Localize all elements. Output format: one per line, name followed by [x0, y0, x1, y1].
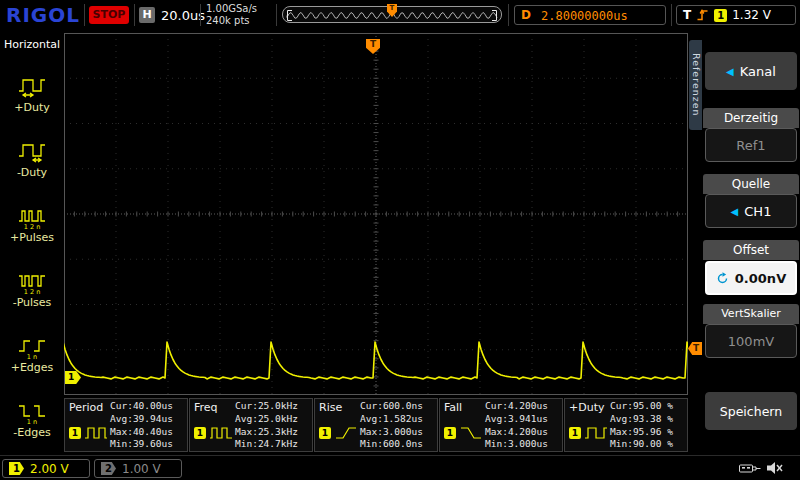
measurement-min: Min:600.0ns [360, 438, 423, 451]
measurement-max: Max:3.000us [360, 426, 423, 439]
delay-label: D [521, 8, 531, 22]
run-state-badge[interactable]: STOP [89, 6, 129, 24]
measurement-avg: Avg:25.0kHz [235, 413, 298, 426]
measurement-title: Period [69, 401, 103, 414]
menu-section-derzeitig: Derzeitig [703, 108, 799, 128]
channel-badge: 1 [194, 427, 206, 439]
channel2-status[interactable]: 2 1.00 V [94, 459, 182, 478]
measure-item-plus-edges[interactable]: 1 n +Edges [0, 333, 64, 395]
plus-duty-icon [584, 425, 608, 441]
measurement-values: Cur:600.0ns Avg:1.582us Max:3.000us Min:… [360, 400, 423, 451]
menu-item-kanal[interactable]: ◀ Kanal [705, 52, 797, 90]
measurement-menu: Horizontal +Duty -Duty 1 2 n +Pulses [0, 30, 64, 455]
channel-badge: 1 [319, 427, 331, 439]
delay-readout-box: D 2.80000000us [514, 5, 666, 25]
rise-time-icon [334, 425, 358, 441]
measurement-min: Min:24.7kHz [235, 438, 298, 451]
menu-value-label: 0.00nV [735, 271, 786, 286]
oscilloscope-screen: RIGOL STOP H 20.0us 1.00GSa/s 240k pts T… [0, 0, 800, 480]
measurement-values: Cur:95.00 % Avg:93.38 % Max:95.96 % Min:… [610, 400, 673, 451]
measure-item-label: -Edges [0, 426, 64, 439]
svg-text:1 2 n: 1 2 n [24, 223, 41, 230]
graticule-and-waveform [64, 33, 688, 395]
fall-time-icon [459, 425, 483, 441]
sample-rate: 1.00GSa/s [206, 3, 257, 15]
channel2-badge: 2 [101, 462, 116, 475]
menu-item-speichern[interactable]: Speichern [705, 392, 797, 430]
measurement-menu-title: Horizontal [4, 38, 60, 51]
menu-item-label: Kanal [740, 64, 776, 79]
timebase-readout: 20.0us [161, 8, 205, 23]
svg-text:1 2 n: 1 2 n [24, 288, 41, 295]
measurement-min: Min:90.00 % [610, 438, 673, 451]
top-status-bar: RIGOL STOP H 20.0us 1.00GSa/s 240k pts T… [0, 0, 800, 30]
back-arrow-icon: ◀ [731, 206, 739, 217]
measure-item-label: -Pulses [0, 296, 64, 309]
measurement-cur: Cur:4.200us [485, 400, 548, 413]
channel2-scale: 1.00 V [122, 462, 161, 476]
separator [134, 4, 135, 26]
rising-edge-icon [696, 8, 709, 22]
measurement-cur: Cur:40.00us [110, 400, 173, 413]
measurement-panel-plus-duty[interactable]: +Duty 1 Cur:95.00 % Avg:93.38 % Max:95.9… [564, 398, 688, 452]
channel1-badge: 1 [9, 462, 24, 475]
menu-value-source[interactable]: ◀ CH1 [705, 194, 797, 228]
measure-item-label: -Duty [0, 166, 64, 179]
plus-edges-icon: 1 n [18, 335, 46, 359]
measurement-title: +Duty [569, 401, 604, 414]
measure-item-minus-edges[interactable]: 1 n -Edges [0, 398, 64, 460]
trigger-letter: T [370, 39, 376, 49]
menu-section-offset: Offset [703, 240, 799, 260]
measurement-panel-freq[interactable]: Freq 1 Cur:25.0kHz Avg:25.0kHz Max:25.3k… [189, 398, 313, 452]
frequency-icon [209, 425, 233, 441]
separator [508, 4, 509, 26]
measurement-cur: Cur:25.0kHz [235, 400, 298, 413]
channel-badge: 1 [69, 427, 81, 439]
measurement-panel-fall[interactable]: Fall 1 Cur:4.200us Avg:3.941us Max:4.200… [439, 398, 563, 452]
measurement-max: Max:95.96 % [610, 426, 673, 439]
measurement-avg: Avg:39.94us [110, 413, 173, 426]
minus-edges-icon: 1 n [18, 400, 46, 424]
svg-text:1 n: 1 n [27, 353, 37, 360]
measurement-cur: Cur:600.0ns [360, 400, 423, 413]
measure-item-minus-duty[interactable]: -Duty [0, 138, 64, 200]
measurement-title: Freq [194, 401, 218, 414]
waveform-display: T 1 [64, 33, 688, 395]
menu-value-offset[interactable]: 0.00nV [705, 261, 797, 295]
menu-section-vertskalier: VertSkalier [703, 304, 799, 324]
measure-item-minus-pulses[interactable]: 1 2 n -Pulses [0, 268, 64, 330]
menu-value-vertscale[interactable]: 100mV [705, 324, 797, 358]
menu-title-tab[interactable]: Referenzen [689, 40, 702, 130]
acquisition-readout: 1.00GSa/s 240k pts [206, 3, 257, 27]
trigger-level-marker[interactable]: T [688, 342, 702, 355]
rotary-knob-icon [716, 272, 729, 285]
channel-status-bar: 1 2.00 V 2 1.00 V [0, 455, 800, 480]
measure-item-label: +Edges [0, 361, 64, 374]
measurement-title: Fall [444, 401, 462, 414]
channel-badge: 1 [569, 427, 581, 439]
measurement-result-bar: Period 1 Cur:40.00us Avg:39.94us Max:40.… [64, 398, 688, 452]
menu-value-ref1[interactable]: Ref1 [705, 128, 797, 162]
memory-position-bar[interactable]: T [282, 6, 502, 23]
separator [84, 4, 85, 26]
measurement-max: Max:40.40us [110, 426, 173, 439]
channel1-scale: 2.00 V [30, 462, 69, 476]
trigger-channel-badge: 1 [714, 9, 727, 22]
usb-icon [738, 461, 762, 476]
back-arrow-icon: ◀ [726, 66, 734, 77]
minus-pulses-icon: 1 2 n [18, 270, 46, 294]
trigger-letter: T [390, 4, 395, 12]
channel1-status[interactable]: 1 2.00 V [2, 459, 90, 478]
trigger-level-value: 1.32 V [732, 8, 771, 22]
measure-item-plus-pulses[interactable]: 1 2 n +Pulses [0, 203, 64, 265]
measurement-panel-period[interactable]: Period 1 Cur:40.00us Avg:39.94us Max:40.… [64, 398, 188, 452]
separator [200, 4, 201, 26]
measurement-panel-rise[interactable]: Rise 1 Cur:600.0ns Avg:1.582us Max:3.000… [314, 398, 438, 452]
menu-section-quelle: Quelle [703, 174, 799, 194]
delay-value: 2.80000000us [541, 9, 628, 23]
channel-badge: 1 [444, 427, 456, 439]
rigol-logo: RIGOL [6, 3, 80, 27]
measure-item-plus-duty[interactable]: +Duty [0, 73, 64, 135]
memory-depth: 240k pts [206, 15, 257, 27]
menu-value-label: CH1 [744, 204, 771, 219]
